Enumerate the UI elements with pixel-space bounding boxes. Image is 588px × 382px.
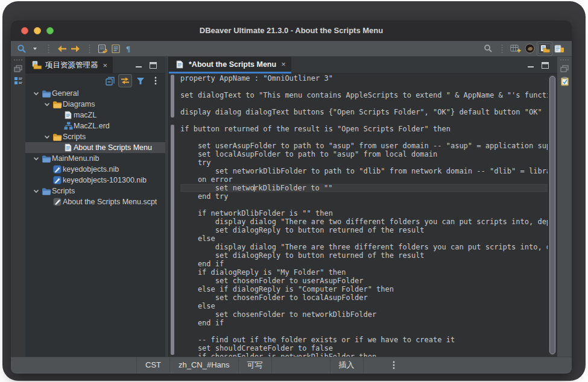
tree-item-maczl-erd[interactable]: MacZL.erd bbox=[25, 121, 165, 131]
forward-button[interactable] bbox=[69, 42, 82, 55]
search-dropdown-button[interactable] bbox=[29, 42, 41, 55]
code-line bbox=[180, 99, 548, 108]
app-window: DBeaver Ultimate 21.3.0 - About the Scri… bbox=[11, 20, 572, 374]
new-table-button[interactable] bbox=[510, 42, 522, 55]
tab-project-explorer[interactable]: 项目资源管理器 × bbox=[25, 57, 113, 74]
dbeaver-logo-button[interactable] bbox=[523, 42, 536, 55]
restore-pane-button[interactable] bbox=[560, 65, 569, 72]
code-line: if button returned of the result is "Ope… bbox=[180, 125, 548, 133]
dbeaver-logo-icon bbox=[525, 43, 535, 54]
code-line: set shouldCreateFolder to false bbox=[180, 344, 548, 352]
chevron-down-icon[interactable] bbox=[31, 157, 41, 161]
status-writable: 可写 bbox=[238, 357, 272, 373]
annotation-bar bbox=[171, 125, 174, 355]
restore-pane-button[interactable] bbox=[14, 65, 22, 72]
code-line: set dialogReply to button returned of th… bbox=[180, 251, 548, 260]
toolbar-separator bbox=[83, 42, 95, 55]
code-line bbox=[180, 201, 548, 209]
code-line bbox=[180, 327, 548, 336]
editor-tabbar: *About the Scripts Menu × bbox=[169, 57, 557, 74]
toolbar-separator bbox=[42, 42, 54, 55]
close-tab-icon[interactable]: × bbox=[280, 60, 286, 68]
status-bar: CST zh_CN_#Hans 可写 插入 bbox=[11, 357, 572, 372]
explorer-tabbar: 项目资源管理器 × bbox=[25, 57, 165, 74]
code-line bbox=[180, 133, 548, 142]
code-line: if dialogReply is "My Folder" then bbox=[180, 268, 548, 277]
tree-item-label: Scripts bbox=[52, 187, 75, 195]
status-locale: zh_CN_#Hans bbox=[169, 357, 238, 373]
grip-icon bbox=[89, 44, 90, 54]
code-line: end if bbox=[180, 260, 548, 268]
annotation-bar bbox=[171, 75, 174, 117]
maximize-editor-button[interactable] bbox=[542, 62, 549, 69]
folder-blue-icon bbox=[41, 155, 52, 163]
tree-item-keyedobjects-101300-nib[interactable]: keyedobjects-101300.nib bbox=[25, 175, 165, 186]
chevron-down-icon[interactable] bbox=[31, 92, 41, 96]
code-line: set chosenFolder to userAsupFolder bbox=[180, 277, 548, 285]
minimize-editor-button[interactable] bbox=[528, 62, 534, 68]
word-wrap-icon bbox=[98, 44, 107, 54]
show-paragraphs-button[interactable]: ¶ bbox=[123, 42, 135, 55]
toolbar-separator bbox=[496, 42, 508, 55]
perspective-sql-button[interactable] bbox=[554, 42, 566, 55]
show-whitespace-button[interactable] bbox=[110, 42, 122, 55]
tab-editor-about-scripts-menu[interactable]: *About the Scripts Menu × bbox=[169, 57, 291, 74]
view-menu-button[interactable] bbox=[149, 75, 162, 87]
code-line: set networkDlibFolder to path to "dlib" … bbox=[180, 167, 548, 175]
code-line: set dialogText to "This menu contains Ap… bbox=[180, 91, 548, 99]
file-doc-icon bbox=[63, 111, 74, 119]
perspective-explorer-button[interactable] bbox=[537, 42, 552, 55]
code-line: else bbox=[180, 234, 548, 243]
project-tree: GeneralDiagramsmacZLMacZL.erdScriptsAbou… bbox=[25, 88, 165, 357]
tree-item-general[interactable]: General bbox=[25, 88, 165, 99]
code-line: display dialog dialogText buttons {"Open… bbox=[180, 108, 548, 116]
tree-item-scripts[interactable]: Scripts bbox=[25, 131, 165, 142]
arrow-back-icon bbox=[56, 45, 68, 53]
perspective-explorer-icon bbox=[538, 43, 551, 54]
scrollbar-thumb[interactable] bbox=[549, 76, 555, 354]
window-title: DBeaver Ultimate 21.3.0 - About the Scri… bbox=[11, 20, 572, 41]
code-content: property AppName : "OmniOutliner 3"set d… bbox=[180, 74, 548, 357]
tab-label: 项目资源管理器 bbox=[45, 60, 98, 70]
status-insert-mode: 插入 bbox=[330, 357, 364, 373]
status-menu-button[interactable] bbox=[393, 361, 395, 369]
magnifier-blue-icon bbox=[17, 44, 27, 54]
link-with-editor-button[interactable] bbox=[119, 75, 131, 87]
chevron-down-icon[interactable] bbox=[42, 102, 52, 107]
tree-item-mainmenu-nib[interactable]: MainMenu.nib bbox=[25, 153, 165, 164]
back-button[interactable] bbox=[55, 42, 68, 55]
tree-item-about-the-scripts-menu-scpt[interactable]: About the Scripts Menu.scpt bbox=[25, 196, 165, 207]
chevron-down-icon[interactable] bbox=[42, 135, 52, 139]
tasks-view-button[interactable] bbox=[560, 77, 569, 86]
minimize-panel-button[interactable] bbox=[136, 62, 142, 68]
filter-button[interactable] bbox=[134, 75, 147, 87]
tree-item-label: General bbox=[52, 89, 78, 98]
code-line: set localAsupFolder to path to "asup" fr… bbox=[180, 150, 548, 158]
search-button[interactable] bbox=[16, 42, 28, 55]
project-explorer-panel: 项目资源管理器 × GeneralDiagramsmacZLMacZL.erdS… bbox=[25, 57, 165, 357]
tree-item-keyedobjects-nib[interactable]: keyedobjects.nib bbox=[25, 164, 165, 175]
code-line: display dialog "There are three differen… bbox=[180, 243, 548, 251]
outline-view-button[interactable] bbox=[14, 77, 23, 85]
word-wrap-button[interactable] bbox=[96, 42, 109, 55]
tree-item-scripts[interactable]: Scripts bbox=[25, 186, 165, 196]
file-nib-icon bbox=[52, 176, 63, 184]
collapse-all-button[interactable] bbox=[104, 75, 116, 87]
close-tab-icon[interactable]: × bbox=[102, 61, 108, 69]
chevron-down-icon[interactable] bbox=[31, 189, 41, 193]
main-area: 项目资源管理器 × GeneralDiagramsmacZLMacZL.erdS… bbox=[11, 57, 572, 357]
code-line: end if bbox=[180, 319, 548, 327]
quick-search-button[interactable] bbox=[482, 42, 494, 55]
tree-item-about-the-scripts-menu[interactable]: About the Scripts Menu bbox=[25, 142, 165, 153]
code-line: set networkDlibFolder to "" bbox=[180, 184, 548, 192]
vertical-scrollbar[interactable] bbox=[549, 75, 556, 355]
code-line: end try bbox=[180, 192, 548, 201]
drag-handle-icon bbox=[13, 59, 23, 61]
maximize-panel-button[interactable] bbox=[150, 62, 157, 69]
script-file-icon bbox=[174, 60, 185, 69]
file-erd-icon bbox=[63, 122, 74, 130]
tree-item-diagrams[interactable]: Diagrams bbox=[25, 99, 165, 110]
tree-item-maczl[interactable]: macZL bbox=[25, 110, 165, 121]
code-line: set chosenFolder to localAsupFolder bbox=[180, 293, 548, 302]
code-editor[interactable]: property AppName : "OmniOutliner 3"set d… bbox=[169, 74, 557, 357]
